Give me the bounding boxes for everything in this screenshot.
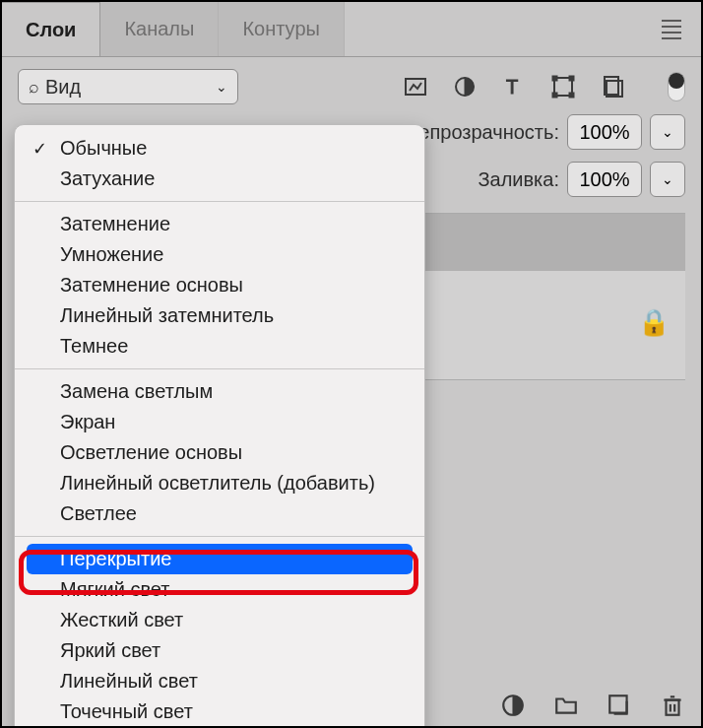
blend-mode-menu: ✓Обычные Затухание Затемнение Умножение … [14,124,425,728]
menu-item-label: Замена светлым [60,380,213,403]
svg-rect-7 [569,93,574,98]
menu-item-label: Светлее [60,502,137,525]
menu-item-label: Мягкий свет [60,578,169,601]
menu-item-dissolve[interactable]: Затухание [15,164,424,194]
menu-item-colordodge[interactable]: Осветление основы [15,437,424,468]
svg-rect-6 [552,93,557,98]
fill-value-input[interactable]: 100% [567,162,642,197]
tab-layers-label: Слои [26,19,76,41]
svg-rect-5 [569,76,574,81]
filter-select-label: Вид [45,76,216,99]
menu-separator [15,536,424,537]
lock-icon[interactable]: 🔒 [638,307,670,338]
tab-channels-label: Каналы [124,18,194,40]
menu-item-lightercolor[interactable]: Светлее [15,498,424,529]
menu-item-softlight[interactable]: Мягкий свет [15,574,424,605]
filter-toggle[interactable] [668,72,685,101]
menu-item-label: Линейный свет [60,670,198,693]
menu-item-label: Перекрытие [60,548,171,570]
menu-item-label: Жесткий свет [60,609,183,631]
menu-item-normal[interactable]: ✓Обычные [15,133,424,164]
bottom-toolbar [500,693,685,718]
menu-item-lighten[interactable]: Замена светлым [15,376,424,407]
filter-pixel-icon[interactable] [404,75,427,99]
menu-item-linearburn[interactable]: Линейный затемнитель [15,300,424,331]
menu-item-label: Умножение [60,243,163,266]
opacity-label: Непрозрачность: [405,121,559,144]
menu-item-screen[interactable]: Экран [15,407,424,437]
menu-item-vividlight[interactable]: Яркий свет [15,635,424,666]
filter-smartobject-icon[interactable] [601,75,624,99]
menu-item-label: Осветление основы [60,441,242,464]
menu-separator [15,201,424,202]
menu-item-linearlight[interactable]: Линейный свет [15,666,424,696]
tab-paths-label: Контуры [242,18,319,40]
menu-item-pinlight[interactable]: Точечный свет [15,696,424,727]
svg-rect-12 [667,700,679,715]
menu-item-label: Затухание [60,167,155,190]
filter-text-icon[interactable]: T [502,75,526,99]
fill-value-text: 100% [579,168,629,191]
menu-item-label: Линейный затемнитель [60,304,274,327]
menu-item-label: Затемнение основы [60,274,243,297]
menu-item-label: Яркий свет [60,639,160,662]
chevron-down-icon: ⌄ [216,79,227,95]
menu-item-label: Темнее [60,335,128,358]
filter-row: ⌕ Вид ⌄ T [2,57,701,108]
chevron-down-icon: ⌄ [662,124,673,140]
menu-item-darken[interactable]: Затемнение [15,209,424,239]
menu-item-multiply[interactable]: Умножение [15,239,424,270]
menu-separator [15,368,424,369]
fill-dropdown-button[interactable]: ⌄ [650,162,685,197]
tabs: Слои Каналы Контуры [2,2,701,57]
folder-icon[interactable] [553,693,579,718]
menu-item-label: Экран [60,411,115,433]
menu-item-darkercolor[interactable]: Темнее [15,331,424,362]
menu-item-lineardodge[interactable]: Линейный осветлитель (добавить) [15,468,424,498]
menu-item-label: Обычные [60,137,147,160]
menu-item-label: Точечный свет [60,700,193,723]
filter-type-icons: T [404,75,624,99]
trash-icon[interactable] [660,693,685,718]
menu-item-colorburn[interactable]: Затемнение основы [15,270,424,300]
menu-item-label: Затемнение [60,213,170,235]
check-icon: ✓ [32,138,47,160]
svg-text:T: T [506,76,518,98]
adjustment-layer-icon[interactable] [500,693,526,718]
chevron-down-icon: ⌄ [662,171,673,187]
menu-item-hardlight[interactable]: Жесткий свет [15,605,424,635]
tab-layers[interactable]: Слои [2,2,100,56]
filter-shape-icon[interactable] [551,75,575,99]
filter-select[interactable]: ⌕ Вид ⌄ [18,69,238,104]
panel-menu-icon[interactable] [662,20,681,39]
filter-adjustment-icon[interactable] [453,75,477,99]
search-icon: ⌕ [29,77,39,98]
fill-label: Заливка: [478,168,559,191]
new-layer-icon[interactable] [607,693,632,718]
tab-channels[interactable]: Каналы [100,2,219,56]
menu-item-overlay[interactable]: Перекрытие [27,544,413,574]
opacity-value-input[interactable]: 100% [567,114,642,150]
opacity-value-text: 100% [579,121,629,144]
svg-rect-11 [609,695,626,712]
menu-item-label: Линейный осветлитель (добавить) [60,472,375,495]
tab-paths[interactable]: Контуры [219,2,344,56]
opacity-dropdown-button[interactable]: ⌄ [650,114,685,150]
svg-rect-4 [552,76,557,81]
